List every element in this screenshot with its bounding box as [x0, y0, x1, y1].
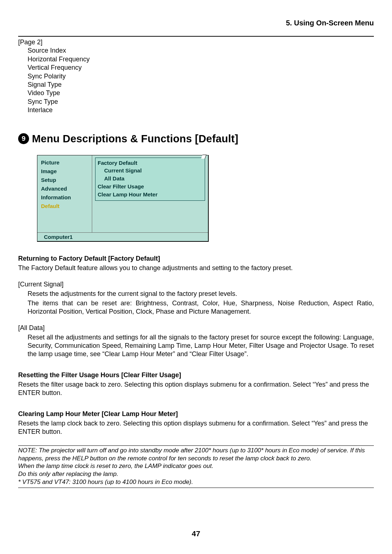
osd-item-factory-default[interactable]: Factory Default	[98, 159, 203, 167]
list-item: Interlace	[18, 106, 374, 114]
osd-menu: Picture Image Setup Advanced Information…	[37, 155, 209, 242]
osd-item-all-data[interactable]: All Data	[98, 175, 203, 183]
header-rule	[18, 36, 374, 37]
section-title: Menu Descriptions & Functions [Default]	[32, 133, 238, 145]
page2-heading: [Page 2]	[18, 38, 374, 46]
section-number-badge: 9	[18, 133, 29, 144]
paragraph: Resets the adjustments for the current s…	[18, 290, 374, 298]
paragraph: Reset all the adjustments and settings f…	[18, 333, 374, 358]
body-text: Resets the lamp clock back to zero. Sele…	[18, 419, 374, 436]
list-item: Sync Type	[18, 98, 374, 106]
osd-item-setup[interactable]: Setup	[41, 176, 88, 184]
list-item: Signal Type	[18, 81, 374, 89]
note-line: Do this only after replacing the lamp.	[18, 470, 374, 478]
paragraph: Resets the filter usage back to zero. Se…	[18, 380, 374, 397]
manual-page: 5. Using On-Screen Menu [Page 2] Source …	[0, 0, 392, 554]
label-current-signal: [Current Signal]	[18, 280, 374, 289]
label-all-data: [All Data]	[18, 324, 374, 332]
osd-status-bar: Computer1	[37, 232, 208, 241]
subheading-clear-lamp: Clearing Lamp Hour Meter [Clear Lamp Hou…	[18, 410, 374, 418]
osd-item-image[interactable]: Image	[41, 167, 88, 176]
subheading-factory-default: Returning to Factory Default [Factory De…	[18, 255, 374, 262]
osd-item-clear-lamp-hour[interactable]: Clear Lamp Hour Meter	[98, 191, 203, 199]
list-item: Horizontal Frequency	[18, 55, 374, 64]
osd-item-default[interactable]: Default	[41, 202, 88, 211]
note-line: When the lamp time clock is reset to zer…	[18, 462, 374, 470]
page-number: 47	[0, 529, 392, 538]
list-item: Source Index	[18, 46, 374, 55]
body-text: Resets the filter usage back to zero. Se…	[18, 380, 374, 397]
page2-list: [Page 2] Source Index Horizontal Frequen…	[18, 38, 374, 115]
note-block: NOTE: The projector will turn off and go…	[18, 445, 374, 488]
body-text: The Factory Default feature allows you t…	[18, 264, 374, 358]
note-line: NOTE: The projector will turn off and go…	[18, 447, 374, 463]
osd-item-information[interactable]: Information	[41, 193, 88, 202]
chapter-header: 5. Using On-Screen Menu	[18, 19, 374, 27]
osd-item-current-signal[interactable]: Current Signal	[98, 167, 203, 175]
osd-left-menu: Picture Image Setup Advanced Information…	[37, 155, 92, 232]
subheading-clear-filter: Resetting the Filter Usage Hours [Clear …	[18, 371, 374, 379]
osd-item-advanced[interactable]: Advanced	[41, 184, 88, 193]
note-line: * VT575 and VT47: 3100 hours (up to 4100…	[18, 478, 374, 486]
list-item: Sync Polarity	[18, 72, 374, 81]
paragraph: The items that can be reset are: Brightn…	[18, 299, 374, 316]
list-item: Vertical Frequency	[18, 64, 374, 72]
section-heading: 9 Menu Descriptions & Functions [Default…	[18, 133, 374, 145]
list-item: Video Type	[18, 89, 374, 97]
osd-item-picture[interactable]: Picture	[41, 158, 88, 167]
paragraph: The Factory Default feature allows you t…	[18, 264, 374, 272]
osd-right-panel: Factory Default Current Signal All Data …	[92, 155, 208, 232]
paragraph: Resets the lamp clock back to zero. Sele…	[18, 419, 374, 436]
osd-item-clear-filter-usage[interactable]: Clear Filter Usage	[98, 183, 203, 191]
